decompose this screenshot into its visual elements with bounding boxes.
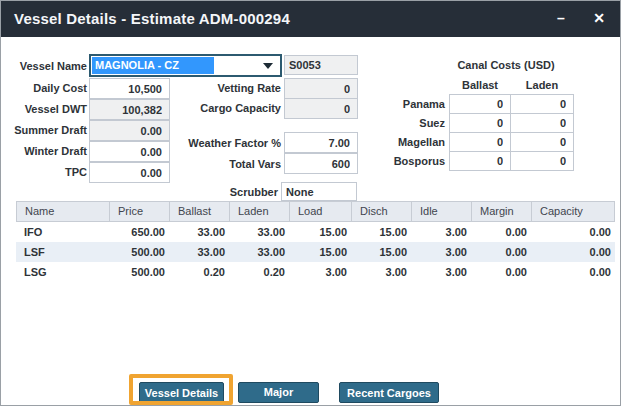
fuel-name: LSG: [16, 262, 109, 282]
fuel-ballast: 33.00: [169, 222, 229, 242]
close-icon: ✕: [593, 10, 605, 26]
panama-ballast-field[interactable]: [449, 94, 511, 114]
dialog-title: Vessel Details - Estimate ADM-000294: [14, 1, 290, 36]
fuel-load: 3.00: [289, 262, 351, 282]
fuel-disch: 15.00: [351, 242, 411, 262]
col-header-load: Load: [290, 202, 352, 221]
fuel-price: 650.00: [109, 222, 169, 242]
canal-bosporus-label: Bosporus: [345, 151, 445, 171]
canal-suez-label: Suez: [345, 113, 445, 133]
fuel-row-ifo[interactable]: IFO 650.00 33.00 33.00 15.00 15.00 3.00 …: [16, 222, 615, 242]
vessel-name-dropdown[interactable]: MAGNOLIA - CZ: [89, 54, 282, 77]
suez-ballast-field[interactable]: [449, 113, 511, 133]
fuel-idle: 3.00: [411, 222, 471, 242]
col-header-price: Price: [110, 202, 170, 221]
fuel-margin: 0.00: [471, 222, 531, 242]
fuel-disch: 15.00: [351, 222, 411, 242]
summer-draft-label: Summer Draft: [3, 121, 87, 140]
col-header-ballast: Ballast: [170, 202, 230, 221]
major-approval-button[interactable]: Major Approval: [238, 382, 319, 403]
canal-costs-title: Canal Costs (USD): [426, 58, 586, 73]
vessel-details-dialog: Vessel Details - Estimate ADM-000294 – ✕…: [0, 0, 621, 406]
total-vars-label: Total Vars: [151, 155, 281, 174]
col-header-capacity: Capacity: [532, 202, 616, 221]
cargo-capacity-label: Cargo Capacity: [151, 99, 281, 118]
chevron-down-icon: [263, 63, 273, 69]
fuel-capacity: 0.00: [531, 242, 615, 262]
col-header-idle: Idle: [412, 202, 472, 221]
recent-cargoes-button[interactable]: Recent Cargoes: [339, 382, 439, 403]
fuel-load: 15.00: [289, 242, 351, 262]
magellan-ballast-field[interactable]: [449, 132, 511, 152]
vessel-details-button[interactable]: Vessel Details: [139, 382, 224, 403]
vessel-code-field[interactable]: [284, 55, 358, 75]
col-header-margin: Margin: [472, 202, 532, 221]
winter-draft-label: Winter Draft: [3, 142, 87, 161]
close-button[interactable]: ✕: [584, 1, 614, 36]
fuel-laden: 0.20: [229, 262, 289, 282]
canal-laden-header: Laden: [510, 78, 574, 93]
fuel-name: IFO: [16, 222, 109, 242]
fuel-consumption-table: Name Price Ballast Laden Load Disch Idle…: [16, 201, 615, 282]
col-header-disch: Disch: [352, 202, 412, 221]
fuel-ballast: 0.20: [169, 262, 229, 282]
fuel-margin: 0.00: [471, 262, 531, 282]
bosporus-ballast-field[interactable]: [449, 151, 511, 171]
daily-cost-label: Daily Cost: [3, 79, 87, 98]
tpc-label: TPC: [3, 163, 87, 182]
fuel-ballast: 33.00: [169, 242, 229, 262]
fuel-idle: 3.00: [411, 262, 471, 282]
canal-panama-label: Panama: [345, 94, 445, 114]
fuel-table-header: Name Price Ballast Laden Load Disch Idle…: [16, 201, 615, 222]
fuel-load: 15.00: [289, 222, 351, 242]
fuel-row-lsg[interactable]: LSG 500.00 0.20 0.20 3.00 3.00 3.00 0.00…: [16, 262, 615, 282]
vessel-name-selected-value: MAGNOLIA - CZ: [92, 57, 214, 74]
fuel-capacity: 0.00: [531, 262, 615, 282]
fuel-price: 500.00: [109, 242, 169, 262]
canal-ballast-header: Ballast: [449, 78, 511, 93]
fuel-price: 500.00: [109, 262, 169, 282]
canal-magellan-label: Magellan: [345, 132, 445, 152]
vessel-dwt-label: Vessel DWT: [3, 100, 87, 119]
fuel-laden: 33.00: [229, 242, 289, 262]
minimize-button[interactable]: –: [546, 1, 576, 36]
fuel-margin: 0.00: [471, 242, 531, 262]
weather-factor-label: Weather Factor %: [151, 134, 281, 153]
minimize-icon: –: [557, 10, 565, 26]
fuel-laden: 33.00: [229, 222, 289, 242]
fuel-row-lsf[interactable]: LSF 500.00 33.00 33.00 15.00 15.00 3.00 …: [16, 242, 615, 262]
scrubber-field[interactable]: [281, 182, 357, 201]
bosporus-laden-field[interactable]: [510, 151, 574, 171]
vetting-rate-label: Vetting Rate: [151, 79, 281, 98]
fuel-disch: 3.00: [351, 262, 411, 282]
fuel-name: LSF: [16, 242, 109, 262]
panama-laden-field[interactable]: [510, 94, 574, 114]
vessel-name-label: Vessel Name: [3, 57, 87, 76]
fuel-capacity: 0.00: [531, 222, 615, 242]
col-header-laden: Laden: [230, 202, 290, 221]
fuel-idle: 3.00: [411, 242, 471, 262]
suez-laden-field[interactable]: [510, 113, 574, 133]
titlebar: Vessel Details - Estimate ADM-000294 – ✕: [1, 1, 620, 37]
scrubber-label: Scrubber: [178, 184, 278, 201]
col-header-name: Name: [17, 202, 110, 221]
magellan-laden-field[interactable]: [510, 132, 574, 152]
